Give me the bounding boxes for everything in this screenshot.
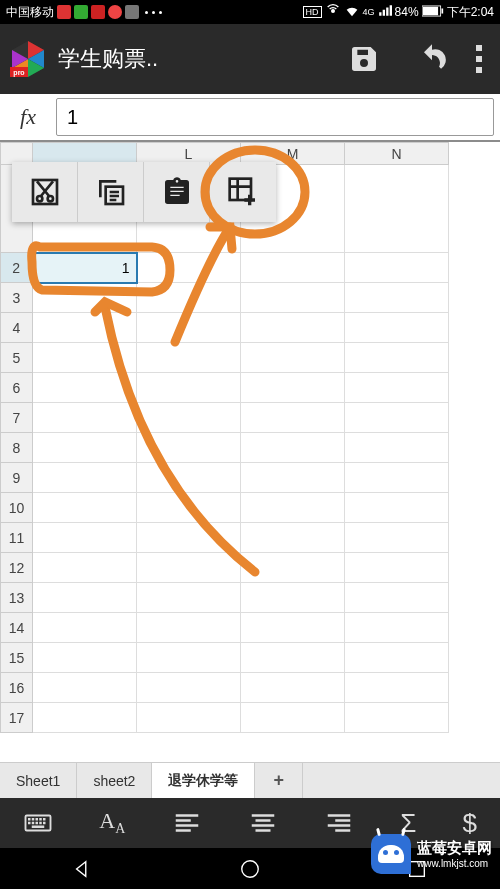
sheet-tabs: Sheet1 sheet2 退学休学等 + (0, 762, 500, 798)
clock: 下午2:04 (447, 4, 494, 21)
battery-icon (422, 5, 444, 20)
svg-point-0 (331, 9, 334, 12)
svg-rect-27 (39, 822, 42, 825)
signal-4g: 4G (363, 7, 375, 17)
nav-back-icon[interactable] (72, 858, 94, 880)
row-header-14[interactable]: 14 (1, 613, 33, 643)
wifi-icon (344, 3, 360, 22)
nav-home-icon[interactable] (239, 858, 261, 880)
more-apps-icon (144, 11, 163, 14)
row-header-3[interactable]: 3 (1, 283, 33, 313)
signal-icon (378, 4, 392, 21)
font-icon[interactable]: AA (99, 808, 125, 837)
spreadsheet-area[interactable]: L M N 21 3 4 5 6 7 8 9 10 11 12 13 14 15… (0, 142, 500, 762)
row-header-15[interactable]: 15 (1, 643, 33, 673)
svg-rect-22 (39, 818, 42, 821)
watermark-name: 蓝莓安卓网 (417, 839, 492, 858)
svg-rect-26 (36, 822, 39, 825)
svg-rect-20 (32, 818, 35, 821)
watermark-logo (371, 834, 411, 874)
watermark-url: www.lmkjst.com (417, 858, 492, 869)
row-header-4[interactable]: 4 (1, 313, 33, 343)
cut-button[interactable] (12, 162, 78, 222)
app-icon-1 (57, 5, 71, 19)
android-nav-bar: 蓝莓安卓网 www.lmkjst.com (0, 848, 500, 889)
svg-text:pro: pro (13, 69, 24, 77)
svg-rect-23 (43, 818, 46, 821)
paste-button[interactable] (144, 162, 210, 222)
align-right-icon[interactable] (324, 808, 354, 838)
insert-button[interactable] (210, 162, 276, 222)
copy-button[interactable] (78, 162, 144, 222)
row-header-9[interactable]: 9 (1, 463, 33, 493)
row-header-7[interactable]: 7 (1, 403, 33, 433)
status-bar: 中国移动 HD 4G 84% 下午2:04 (0, 0, 500, 24)
svg-rect-25 (32, 822, 35, 825)
tab-sheet1[interactable]: Sheet1 (0, 763, 77, 798)
svg-rect-24 (28, 822, 31, 825)
hotspot-icon (325, 3, 341, 22)
svg-rect-2 (422, 6, 437, 14)
document-title[interactable]: 学生购票.. (58, 44, 330, 74)
formula-input[interactable] (56, 98, 494, 136)
row-header-11[interactable]: 11 (1, 523, 33, 553)
app-icon-4 (108, 5, 122, 19)
align-center-icon[interactable] (248, 808, 278, 838)
keyboard-icon[interactable] (23, 808, 53, 838)
row-header-17[interactable]: 17 (1, 703, 33, 733)
tab-add[interactable]: + (255, 763, 303, 798)
svg-rect-19 (28, 818, 31, 821)
svg-point-13 (37, 196, 42, 201)
watermark: 蓝莓安卓网 www.lmkjst.com (371, 834, 492, 874)
fx-label[interactable]: fx (0, 104, 56, 130)
row-header-2[interactable]: 2 (1, 253, 33, 283)
selected-cell[interactable]: 1 (33, 253, 137, 283)
row-header-13[interactable]: 13 (1, 583, 33, 613)
app-icon-2 (74, 5, 88, 19)
save-icon[interactable] (348, 43, 380, 75)
svg-rect-29 (32, 826, 45, 829)
formula-bar: fx (0, 94, 500, 142)
align-left-icon[interactable] (172, 808, 202, 838)
tab-active[interactable]: 退学休学等 (152, 763, 255, 798)
row-header-8[interactable]: 8 (1, 433, 33, 463)
svg-rect-21 (36, 818, 39, 821)
hd-icon: HD (303, 6, 322, 18)
row-header-5[interactable]: 5 (1, 343, 33, 373)
row-header-6[interactable]: 6 (1, 373, 33, 403)
svg-rect-16 (230, 179, 251, 200)
menu-icon[interactable] (476, 45, 482, 73)
app-icon-5 (125, 5, 139, 19)
battery-pct: 84% (395, 5, 419, 19)
carrier-label: 中国移动 (6, 4, 54, 21)
row-header-12[interactable]: 12 (1, 553, 33, 583)
svg-rect-3 (441, 8, 443, 13)
row-header-10[interactable]: 10 (1, 493, 33, 523)
row-header-16[interactable]: 16 (1, 673, 33, 703)
app-logo[interactable]: pro (8, 39, 48, 79)
context-menu (12, 162, 276, 222)
app-icon-3 (91, 5, 105, 19)
tab-sheet2[interactable]: sheet2 (77, 763, 152, 798)
col-header-n[interactable]: N (345, 143, 449, 165)
svg-point-30 (242, 861, 259, 878)
svg-point-14 (47, 196, 52, 201)
app-bar: pro 学生购票.. (0, 24, 500, 94)
undo-icon[interactable] (416, 43, 448, 75)
svg-rect-28 (43, 822, 46, 825)
